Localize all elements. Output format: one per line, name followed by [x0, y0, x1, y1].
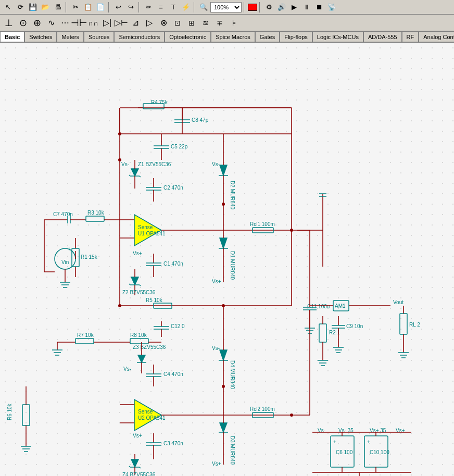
zener-icon[interactable]: ▷⊢ — [115, 16, 128, 30]
tab-adda555[interactable]: AD/DA-555 — [363, 31, 402, 42]
open-icon[interactable]: 📂 — [40, 2, 51, 13]
text-icon[interactable]: T — [168, 2, 179, 13]
color-indicator[interactable] — [248, 4, 257, 11]
svg-text:R6 10k: R6 10k — [7, 403, 12, 420]
cut-icon[interactable]: ✂ — [70, 2, 81, 13]
separator — [108, 2, 110, 12]
inductor-icon[interactable]: ∩∩ — [86, 16, 100, 30]
svg-marker-32 — [220, 165, 227, 176]
tab-rf[interactable]: RF — [402, 31, 419, 42]
tab-basic[interactable]: Basic — [0, 31, 24, 42]
paste-icon[interactable]: 📄 — [95, 2, 106, 13]
capacitor-icon[interactable]: ⊣⊢ — [72, 16, 86, 30]
svg-point-222 — [118, 158, 121, 161]
svg-text:Z3 BZV55C36: Z3 BZV55C36 — [133, 344, 166, 350]
pointer-icon[interactable]: ↖ — [2, 2, 14, 13]
svg-text:C11 100u: C11 100u — [307, 304, 330, 309]
toolbar-top: ↖ ⟳ 💾 📂 🖶 ✂ 📋 📄 ↩ ↪ ✏ ≡ T ⚡ 🔍 100% 75% 5… — [0, 0, 454, 15]
svg-text:Vs-: Vs- — [212, 161, 220, 167]
draw-bus-icon[interactable]: ≡ — [155, 2, 167, 13]
separator — [259, 2, 261, 12]
separator — [244, 2, 246, 12]
tab-logic-ics-mcus[interactable]: Logic ICs-MCUs — [312, 31, 363, 42]
tab-sources[interactable]: Sources — [84, 31, 114, 42]
diode-icon[interactable]: ▷| — [100, 16, 114, 30]
misc2-icon[interactable]: ∓ — [213, 16, 226, 30]
svg-line-59 — [129, 284, 130, 285]
save-icon[interactable]: 💾 — [27, 2, 39, 13]
toolbar-mid: ⊥ ⊙ ⊕ ∿ ⋯ ⊣⊢ ∩∩ ▷| ▷⊢ ⊿ ▷ ⊗ ⊡ ⊞ ≋ ∓ ⊧ — [0, 15, 454, 31]
svg-text:R5 10k: R5 10k — [146, 297, 163, 303]
svg-text:C9 10n: C9 10n — [346, 323, 363, 329]
svg-point-227 — [222, 304, 225, 307]
stop-icon[interactable]: ⏹ — [313, 2, 325, 13]
tab-flip-flops[interactable]: Flip-flops — [280, 31, 312, 42]
signal-icon[interactable]: 📡 — [326, 2, 337, 13]
svg-text:Sense: Sense — [138, 224, 153, 230]
resistor-icon[interactable]: ⋯ — [58, 16, 72, 30]
draw-wire-icon[interactable]: ✏ — [143, 2, 154, 13]
tab-bar: Basic Switches Meters Sources Semiconduc… — [0, 31, 454, 43]
svg-text:C4 470n: C4 470n — [163, 371, 183, 377]
transistor-npn-icon[interactable]: ⊿ — [129, 16, 142, 30]
svg-text:+: + — [367, 439, 370, 445]
svg-text:D1 MUR840: D1 MUR840 — [230, 251, 235, 280]
svg-text:U2 OPA541: U2 OPA541 — [138, 415, 166, 421]
tab-meters[interactable]: Meters — [57, 31, 84, 42]
svg-marker-107 — [138, 355, 145, 362]
tab-spice-macros[interactable]: Spice Macros — [211, 31, 255, 42]
tab-analog-control[interactable]: Analog Control — [419, 31, 454, 42]
svg-text:Vout: Vout — [393, 299, 403, 305]
svg-text:Vs+: Vs+ — [133, 250, 142, 256]
tab-optoelectronic[interactable]: Optoelectronic — [165, 31, 211, 42]
tab-semiconductors[interactable]: Semiconductors — [114, 31, 165, 42]
current-source-icon[interactable]: ⊕ — [30, 16, 44, 30]
opamp-icon[interactable]: ▷ — [143, 16, 156, 30]
probe-icon[interactable]: ⚡ — [180, 2, 192, 13]
svg-text:C12 0: C12 0 — [171, 323, 185, 329]
svg-text:Vs-: Vs- — [212, 345, 220, 351]
settings-icon[interactable]: ⚙ — [263, 2, 275, 13]
zoom-dropdown[interactable]: 100% 75% 50% 150% 200% — [210, 2, 242, 12]
svg-line-22 — [140, 176, 141, 177]
svg-text:Vs+: Vs+ — [212, 461, 221, 467]
voltage-source-icon[interactable]: ⊙ — [16, 16, 30, 30]
run-icon[interactable]: ▶ — [288, 2, 300, 13]
separator — [138, 2, 141, 12]
svg-marker-117 — [220, 350, 227, 360]
ground-icon[interactable]: ⊥ — [2, 16, 16, 30]
svg-text:R8 10k: R8 10k — [130, 332, 147, 338]
svg-text:C10 100: C10 100 — [370, 449, 389, 455]
svg-text:C7 470n: C7 470n — [53, 211, 73, 217]
zoom-in-icon[interactable]: 🔍 — [198, 2, 209, 13]
ac-source-icon[interactable]: ∿ — [44, 16, 58, 30]
svg-text:C6 100: C6 100 — [336, 449, 353, 455]
svg-rect-176 — [319, 324, 326, 342]
svg-text:R4 75k: R4 75k — [151, 99, 168, 105]
svg-text:Z1 BZV55C36: Z1 BZV55C36 — [138, 161, 171, 167]
relay-icon[interactable]: ⊞ — [185, 16, 198, 30]
tab-gates[interactable]: Gates — [255, 31, 280, 42]
switch-icon[interactable]: ⊗ — [157, 16, 170, 30]
redo-icon[interactable]: ↪ — [125, 2, 136, 13]
misc1-icon[interactable]: ≋ — [199, 16, 212, 30]
undo-icon[interactable]: ↩ — [112, 2, 124, 13]
svg-text:D3 MUR840: D3 MUR840 — [230, 436, 235, 465]
copy-icon[interactable]: 📋 — [82, 2, 94, 13]
refresh-icon[interactable]: ⟳ — [15, 2, 26, 13]
svg-line-21 — [129, 175, 130, 176]
schematic-canvas[interactable]: .wire { stroke: #8b0000; stroke-width: 1… — [0, 43, 454, 476]
svg-rect-150 — [22, 405, 30, 425]
tab-switches[interactable]: Switches — [24, 31, 57, 42]
svg-text:C8 47p: C8 47p — [192, 117, 209, 123]
misc3-icon[interactable]: ⊧ — [227, 16, 241, 30]
print-icon[interactable]: 🖶 — [52, 2, 64, 13]
speaker-icon[interactable]: 🔊 — [276, 2, 287, 13]
svg-text:D4 MUR840: D4 MUR840 — [230, 360, 235, 389]
svg-text:R3 10k: R3 10k — [87, 210, 105, 216]
svg-text:Rcl2 100m: Rcl2 100m — [250, 406, 275, 412]
xfmr-icon[interactable]: ⊡ — [171, 16, 184, 30]
svg-text:Sense: Sense — [138, 409, 153, 415]
pause-icon[interactable]: ⏸ — [301, 2, 312, 13]
svg-line-145 — [129, 466, 130, 467]
